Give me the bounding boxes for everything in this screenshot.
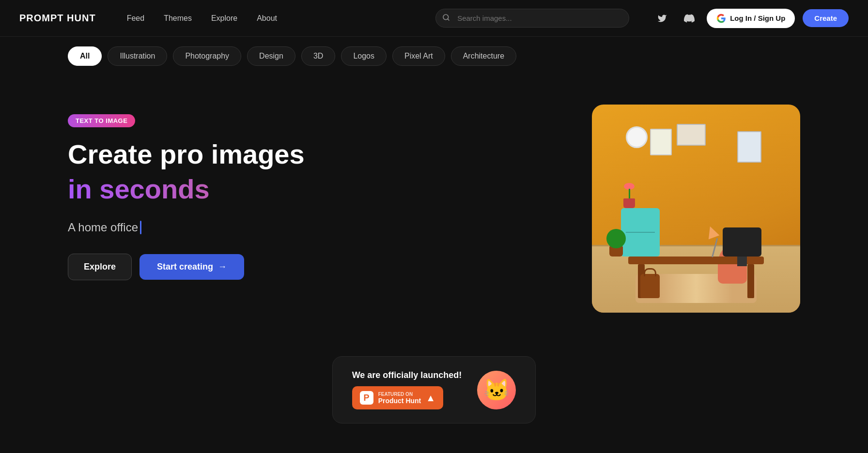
nav-feed[interactable]: Feed xyxy=(119,10,152,27)
launch-title: We are officially launched! xyxy=(352,370,462,380)
google-icon xyxy=(716,14,726,23)
search-input[interactable] xyxy=(435,9,629,28)
scene-clock xyxy=(626,126,648,148)
filter-3d[interactable]: 3D xyxy=(301,46,335,66)
nav-about[interactable]: About xyxy=(249,10,285,27)
flower-stem xyxy=(629,189,630,198)
launch-banner-section: We are officially launched! P FEATURED O… xyxy=(0,342,868,438)
lamp-shade xyxy=(705,225,720,240)
twitter-button[interactable] xyxy=(652,9,672,28)
avatar-emoji: 🐱 xyxy=(483,378,510,403)
scene-monitor xyxy=(723,227,761,257)
search-container xyxy=(435,9,629,28)
nav-themes[interactable]: Themes xyxy=(156,10,200,27)
start-creating-button[interactable]: Start creating → xyxy=(140,254,244,280)
login-button[interactable]: Log In / Sign Up xyxy=(707,9,795,28)
launch-avatar: 🐱 xyxy=(477,371,516,409)
filter-pixel-art[interactable]: Pixel Art xyxy=(392,46,445,66)
launch-text: We are officially launched! P FEATURED O… xyxy=(352,370,462,409)
scene-frame-3 xyxy=(737,131,761,163)
explore-button[interactable]: Explore xyxy=(68,254,132,280)
filter-design[interactable]: Design xyxy=(247,46,295,66)
start-creating-label: Start creating xyxy=(157,262,213,272)
filter-photography[interactable]: Photography xyxy=(173,46,241,66)
nav-links: Feed Themes Explore About xyxy=(119,10,285,27)
hero-title-line2: in seconds xyxy=(68,174,563,205)
brand-logo[interactable]: PROMPT HUNT xyxy=(19,13,96,24)
twitter-icon xyxy=(657,14,667,23)
scene-plant xyxy=(606,229,626,257)
plant-leaves xyxy=(606,229,626,248)
filter-bar: All Illustration Photography Design 3D L… xyxy=(0,37,868,76)
scene-frame-2 xyxy=(677,124,706,146)
ph-logo: P xyxy=(360,391,373,405)
ph-featured-text: FEATURED ON Product Hunt xyxy=(378,392,421,405)
nav-right: Log In / Sign Up Create xyxy=(652,9,849,28)
hero-content: TEXT TO IMAGE Create pro images in secon… xyxy=(68,105,563,280)
scene-background xyxy=(592,105,800,313)
hero-prompt-text: A home office xyxy=(68,221,138,234)
flower-pot xyxy=(623,198,635,208)
text-cursor xyxy=(140,221,141,234)
svg-line-1 xyxy=(448,19,449,20)
hero-buttons: Explore Start creating → xyxy=(68,254,563,280)
scene-cabinet xyxy=(621,208,660,257)
hero-section: TEXT TO IMAGE Create pro images in secon… xyxy=(0,76,868,332)
filter-all[interactable]: All xyxy=(68,46,102,66)
create-button[interactable]: Create xyxy=(803,9,849,27)
hero-image xyxy=(592,105,800,313)
search-icon xyxy=(442,14,450,23)
scene-flowers xyxy=(623,183,635,208)
filter-logos[interactable]: Logos xyxy=(341,46,387,66)
discord-icon xyxy=(684,13,695,24)
scene-bag xyxy=(640,274,660,298)
scene-frame-1 xyxy=(650,129,672,155)
navbar: PROMPT HUNT Feed Themes Explore About xyxy=(0,0,868,37)
discord-button[interactable] xyxy=(680,9,699,28)
hero-image-area xyxy=(592,105,800,313)
hero-prompt-display: A home office xyxy=(68,221,563,234)
arrow-icon: → xyxy=(218,262,227,272)
scene-lamp xyxy=(706,226,718,257)
launch-card: We are officially launched! P FEATURED O… xyxy=(332,356,536,423)
filter-illustration[interactable]: Illustration xyxy=(108,46,167,66)
ph-upvote-icon: ▲ xyxy=(426,393,435,404)
hero-badge: TEXT TO IMAGE xyxy=(68,114,135,127)
lamp-arm xyxy=(712,238,718,257)
hero-title-line1: Create pro images xyxy=(68,139,563,170)
product-hunt-badge[interactable]: P FEATURED ON Product Hunt ▲ xyxy=(352,386,443,409)
filter-architecture[interactable]: Architecture xyxy=(451,46,516,66)
nav-explore[interactable]: Explore xyxy=(203,10,245,27)
